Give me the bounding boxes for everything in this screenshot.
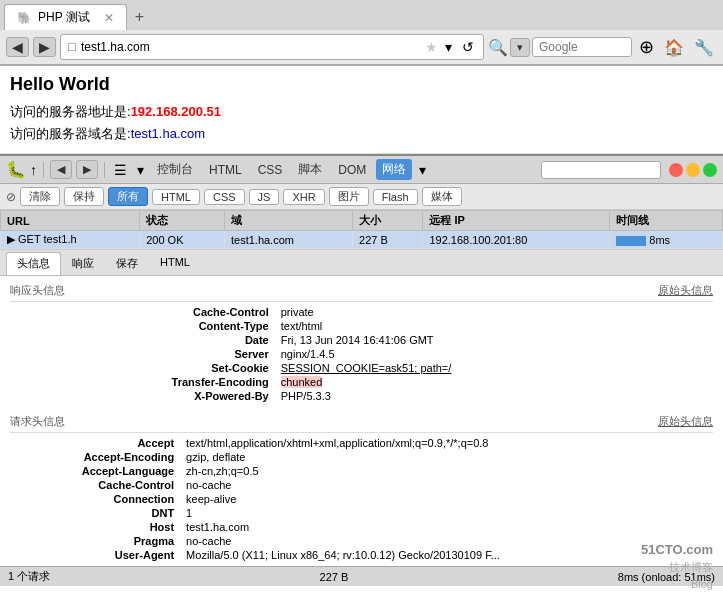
filter-css-btn[interactable]: CSS (204, 189, 245, 205)
status-requests: 1 个请求 (8, 569, 50, 584)
server-domain-label: 访问的服务器域名是: (10, 126, 131, 141)
table-row[interactable]: ▶ GET test1.h 200 OK test1.ha.com 227 B … (1, 231, 723, 249)
cookie-value: SESSION_COOKIE=ask51; path=/ (281, 362, 452, 374)
header-name: Host (10, 520, 182, 534)
response-headers-section: 响应头信息 原始头信息 Cache-Control private Conten… (0, 276, 723, 407)
row-url: ▶ GET test1.h (1, 231, 140, 249)
bookmark-icon[interactable]: ★ (425, 39, 438, 55)
header-value: Mozilla/5.0 (X11; Linux x86_64; rv:10.0.… (182, 548, 713, 562)
devtools-tab-css[interactable]: CSS (252, 161, 289, 179)
header-value: test1.ha.com (182, 520, 713, 534)
window-buttons (669, 163, 717, 177)
header-value: no-cache (182, 478, 713, 492)
col-status: 状态 (140, 211, 225, 231)
header-name: Server (10, 347, 277, 361)
status-size: 227 B (320, 571, 349, 583)
watermark: 51CTO.com 技术博客 Blog (641, 540, 713, 593)
search-input[interactable] (532, 37, 632, 57)
raw-header-label[interactable]: 原始头信息 (658, 283, 713, 298)
filter-flash-btn[interactable]: Flash (373, 189, 418, 205)
header-name: Cache-Control (10, 478, 182, 492)
devtools-menu-btn[interactable]: ☰ (111, 160, 130, 180)
devtools-dropdown-btn[interactable]: ▾ (134, 160, 147, 180)
header-row: X-Powered-By PHP/5.3.3 (10, 389, 713, 403)
devtools-network-dropdown-btn[interactable]: ▾ (416, 160, 429, 180)
detail-panel: 头信息 响应 保存 HTML 响应头信息 原始头信息 Cache-Control… (0, 249, 723, 566)
devtools-firebug-icon[interactable]: 🐛 (6, 160, 26, 179)
request-header-title: 请求头信息 原始头信息 (10, 411, 713, 433)
search-engine-button[interactable]: ▾ (510, 38, 530, 57)
devtools-inspect-icon[interactable]: ↑ (30, 162, 37, 178)
header-value: Fri, 13 Jun 2014 16:41:06 GMT (277, 333, 713, 347)
filter-img-btn[interactable]: 图片 (329, 187, 369, 206)
back-button[interactable]: ◀ (6, 37, 29, 57)
header-name: User-Agent (10, 548, 182, 562)
raw-request-label[interactable]: 原始头信息 (658, 414, 713, 429)
header-name: Pragma (10, 534, 182, 548)
header-row: User-Agent Mozilla/5.0 (X11; Linux x86_6… (10, 548, 713, 562)
row-remote-ip: 192.168.100.201:80 (423, 231, 610, 249)
dropdown-arrow[interactable]: ▾ (442, 37, 455, 57)
filter-all-btn[interactable]: 所有 (108, 187, 148, 206)
page-server-ip: 访问的服务器地址是:192.168.200.51 (10, 101, 713, 123)
header-name: Connection (10, 492, 182, 506)
devtools-search (541, 161, 661, 179)
active-tab[interactable]: 🐘 PHP 测试 ✕ (4, 4, 127, 30)
favicon-icon: ☐ (67, 41, 77, 54)
col-timeline: 时间线 (610, 211, 723, 231)
persist-btn[interactable]: 保持 (64, 187, 104, 206)
close-window-btn[interactable] (669, 163, 683, 177)
header-row: Cache-Control private (10, 305, 713, 319)
server-ip-value: 192.168.200.51 (131, 104, 221, 119)
forward-button[interactable]: ▶ (33, 37, 56, 57)
header-value: private (277, 305, 713, 319)
url-input[interactable] (81, 40, 421, 54)
devtools-filter-bar: ⊘ 清除 保持 所有 HTML CSS JS XHR 图片 Flash 媒体 (0, 184, 723, 210)
search-engine-icon: 🔍 (488, 38, 508, 57)
devtools-tab-dom[interactable]: DOM (332, 161, 372, 179)
header-name: Accept-Language (10, 464, 182, 478)
filter-media-btn[interactable]: 媒体 (422, 187, 462, 206)
minimize-window-btn[interactable] (686, 163, 700, 177)
timeline-ms: 8ms (649, 234, 670, 246)
header-value: SESSION_COOKIE=ask51; path=/ (277, 361, 713, 375)
devtools-back-btn[interactable]: ◀ (50, 160, 72, 179)
header-row: Content-Type text/html (10, 319, 713, 333)
filter-js-btn[interactable]: JS (249, 189, 280, 205)
home-icon[interactable]: 🏠 (661, 36, 687, 59)
tab-icon: 🐘 (17, 11, 32, 25)
response-header-label: 响应头信息 (10, 283, 65, 298)
header-row: Accept text/html,application/xhtml+xml,a… (10, 436, 713, 450)
header-row: Date Fri, 13 Jun 2014 16:41:06 GMT (10, 333, 713, 347)
maximize-window-btn[interactable] (703, 163, 717, 177)
devtools-tab-script[interactable]: 脚本 (292, 159, 328, 180)
refresh-icon[interactable]: ↺ (459, 37, 477, 57)
request-header-label: 请求头信息 (10, 414, 65, 429)
detail-tabs: 头信息 响应 保存 HTML (0, 250, 723, 276)
breakpoint-icon[interactable]: ⊘ (6, 190, 16, 204)
header-name: Cache-Control (10, 305, 277, 319)
detail-tab-cache[interactable]: 保存 (105, 252, 149, 275)
detail-tab-html[interactable]: HTML (149, 252, 201, 275)
devtools-tab-html[interactable]: HTML (203, 161, 248, 179)
zoom-icon[interactable]: ⊕ (636, 34, 657, 60)
detail-tab-headers[interactable]: 头信息 (6, 252, 61, 275)
row-status: 200 OK (140, 231, 225, 249)
filter-html-btn[interactable]: HTML (152, 189, 200, 205)
devtools-tab-console[interactable]: 控制台 (151, 159, 199, 180)
detail-tab-response[interactable]: 响应 (61, 252, 105, 275)
tab-close-icon[interactable]: ✕ (104, 11, 114, 25)
devtools-forward-btn[interactable]: ▶ (76, 160, 98, 179)
row-expand-icon[interactable]: ▶ (7, 233, 15, 245)
clear-filter-btn[interactable]: 清除 (20, 187, 60, 206)
header-name: X-Powered-By (10, 389, 277, 403)
filter-xhr-btn[interactable]: XHR (283, 189, 324, 205)
new-tab-button[interactable]: + (127, 4, 152, 30)
devtools-tab-network[interactable]: 网络 (376, 159, 412, 180)
header-name: Accept-Encoding (10, 450, 182, 464)
request-headers-section: 请求头信息 原始头信息 Accept text/html,application… (0, 407, 723, 566)
devtools-search-input[interactable] (541, 161, 661, 179)
header-name: Content-Type (10, 319, 277, 333)
menu-icon[interactable]: 🔧 (691, 36, 717, 59)
page-content: Hello World 访问的服务器地址是:192.168.200.51 访问的… (0, 66, 723, 154)
